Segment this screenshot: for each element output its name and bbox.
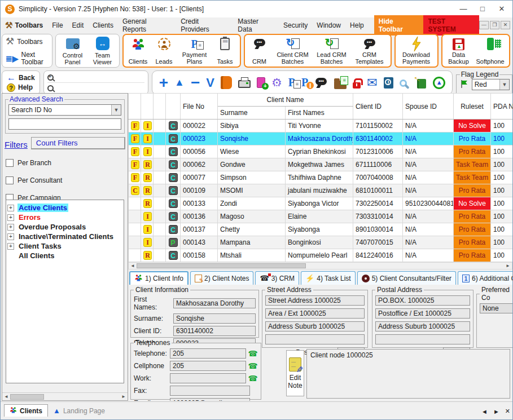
menu-security[interactable]: Security [279, 20, 312, 31]
street-city-field[interactable] [265, 334, 365, 344]
scroll-right-icon[interactable]: ► [120, 394, 128, 399]
report-document-icon[interactable]: P [288, 76, 295, 89]
scroll-left-icon[interactable]: ◄ [129, 263, 137, 268]
nav-help-button[interactable]: ? Help [7, 83, 35, 92]
expand-icon[interactable]: + [7, 224, 14, 231]
per-branch-checkbox[interactable]: Per Branch [6, 159, 124, 167]
street-suburb-field[interactable]: Address Suburb 1000025 [265, 321, 365, 331]
col-client-name[interactable]: Client Name [218, 94, 353, 107]
menu-credit-providers[interactable]: Credit Providers [176, 16, 233, 35]
col-surname[interactable]: Surname [218, 107, 286, 120]
tab-additional-contacts[interactable]: 6) Additional Contacts [458, 271, 512, 285]
tab-client-notes[interactable]: 2) Client Notes [190, 271, 253, 285]
tree-item-client-tasks[interactable]: + Client Tasks [7, 242, 122, 250]
call-icon[interactable]: ☎ [248, 350, 258, 357]
folder-document-icon[interactable] [334, 81, 347, 89]
client-note-box[interactable]: Client node 1000025 [306, 349, 510, 399]
grid-row[interactable]: CRC000109MSOMIjabulani muziwakhe68101000… [129, 184, 513, 197]
menu-help[interactable]: Help [345, 20, 369, 31]
data-backup-button[interactable]: Data Backup [446, 36, 472, 65]
postoffice-field[interactable]: Postoffice / Ext 1000025 [375, 308, 470, 319]
col-ruleset[interactable]: Ruleset [454, 94, 491, 120]
per-consultant-checkbox[interactable]: Per Consultant [6, 176, 124, 184]
tab-client-info[interactable]: 1) Client Info [129, 271, 188, 285]
back-button[interactable]: ← Back [7, 74, 35, 82]
pause-document-icon[interactable]: P [301, 76, 308, 89]
menu-toolbars[interactable]: ⚒ Toolbars [4, 20, 47, 30]
email-field[interactable]: 1000025@gmail.com [170, 398, 250, 401]
control-panel-button[interactable]: Control Panel [59, 36, 86, 66]
grid-row[interactable]: FIC000023SonqisheMakhosazana Dorothy6301… [129, 132, 513, 145]
download-payments-button[interactable]: Download Payments [399, 36, 434, 65]
surname-field[interactable]: Sonqishe [173, 313, 256, 324]
refresh-person-icon[interactable] [433, 77, 445, 89]
col-client-id[interactable]: Client ID [353, 94, 403, 120]
tree-item-inactive-terminated[interactable]: + Inactive\Terminated Clients [7, 232, 122, 241]
cellphone-field[interactable]: 205 [170, 361, 246, 371]
sidebar-horizontal-scrollbar[interactable]: ◄ ► [2, 392, 128, 400]
client-id-field[interactable]: 6301140002 [173, 326, 256, 336]
telephone-field[interactable]: 205 [170, 348, 246, 359]
first-names-field[interactable]: Makhosazana Dorothy [173, 298, 256, 308]
grid-row[interactable]: IP000143MampanaBonginkosi7407070015N/APr… [129, 236, 513, 249]
export-document-icon[interactable] [257, 77, 265, 88]
street-area-field[interactable]: Area / Ext 1000025 [265, 308, 365, 319]
po-box-field[interactable]: PO.BOX. 1000025 [375, 295, 470, 306]
advanced-search-input[interactable] [8, 118, 121, 130]
grid-row[interactable]: IC000136MagosoElaine7303310014N/APro Rat… [129, 210, 513, 223]
count-filters-button[interactable]: Count Filters [31, 137, 125, 149]
tab-close-icon[interactable]: ✕ [505, 408, 510, 415]
postal-city-field[interactable] [375, 334, 470, 344]
scroll-left-icon[interactable]: ◄ [2, 394, 10, 399]
col-first-names[interactable]: First Names [286, 107, 353, 120]
tab-prev-icon[interactable]: ◄ [481, 408, 488, 415]
menu-file[interactable]: File [47, 20, 67, 31]
client-crm-batches-button[interactable]: Client CRM Batches [274, 36, 312, 65]
tree-item-errors[interactable]: + Errors [7, 213, 122, 222]
mdi-minimize-button[interactable]: — [479, 21, 489, 29]
bottom-tab-landing-page[interactable]: ▲ Landing Page [48, 405, 110, 417]
softphone-button[interactable]: Softphone [475, 36, 506, 65]
scrollbar-thumb[interactable] [137, 263, 306, 268]
grid-row[interactable]: FIC000022SibiyaTiti Yvonne7101150002N/AN… [129, 120, 513, 132]
menu-edit[interactable]: Edit [68, 20, 89, 31]
scrollbar-thumb[interactable] [10, 394, 44, 400]
postal-suburb-field[interactable]: Address Suburb 1000025 [375, 321, 470, 331]
flag-color-select[interactable]: Red ▼ [472, 79, 510, 90]
grid-row[interactable]: FRC000062GondweMokgethwa James6711110006… [129, 158, 513, 171]
tree-item-all-clients[interactable]: + All Clients [7, 251, 122, 260]
col-spouse-id[interactable]: Spouse ID [403, 94, 454, 120]
clients-button[interactable]: Clients [127, 36, 150, 65]
tab-crm[interactable]: ☎ 3) CRM [255, 271, 299, 285]
hide-toolbar-button[interactable]: Hide Toolbar [374, 15, 424, 36]
view-button[interactable]: V [206, 76, 214, 90]
next-toolbar-button[interactable]: ≣▶ Next Toolbar [6, 51, 49, 66]
chat-icon[interactable] [314, 77, 328, 89]
grid-horizontal-scrollbar[interactable]: ◄ ► [128, 262, 512, 269]
tree-item-active-clients[interactable]: + Active Clients [7, 204, 122, 212]
tab-next-icon[interactable]: ► [493, 408, 499, 415]
menu-window[interactable]: Window [312, 20, 345, 31]
fax-field[interactable] [170, 386, 250, 396]
print-icon[interactable] [238, 80, 251, 88]
add-button[interactable]: + [159, 74, 168, 92]
col-pda[interactable]: PDA N [491, 94, 513, 120]
tree-item-overdue-proposals[interactable]: + Overdue Proposals [7, 223, 122, 231]
lead-crm-batches-button[interactable]: Lead CRM Batches [315, 36, 349, 65]
grid-row[interactable]: FRC000077SimpsonTshifhiwa Daphne70070400… [129, 171, 513, 184]
maximize-button[interactable]: □ [473, 2, 492, 16]
work-field[interactable] [170, 373, 246, 383]
crm-templates-button[interactable]: CRM Templates [352, 36, 387, 65]
edit-note-button[interactable]: —— Edit Note [286, 350, 304, 396]
minimize-button[interactable]: — [454, 2, 473, 16]
grid-row[interactable]: RC000133ZondiSiyabonga Victor73022500149… [129, 197, 513, 210]
tab-task-list[interactable]: ⚡ 4) Task List [301, 271, 356, 285]
street-address-field[interactable]: Street Address 1000025 [265, 295, 365, 306]
mdi-restore-button[interactable]: ❐ [490, 21, 499, 29]
email-icon[interactable]: ✉ [367, 77, 377, 89]
expand-icon[interactable]: + [7, 205, 14, 211]
bottom-tab-clients[interactable]: Clients [4, 404, 48, 417]
search-document-icon[interactable]: ! [384, 77, 393, 89]
delete-button[interactable]: − [191, 74, 200, 92]
magnifier-icon[interactable] [400, 79, 407, 87]
